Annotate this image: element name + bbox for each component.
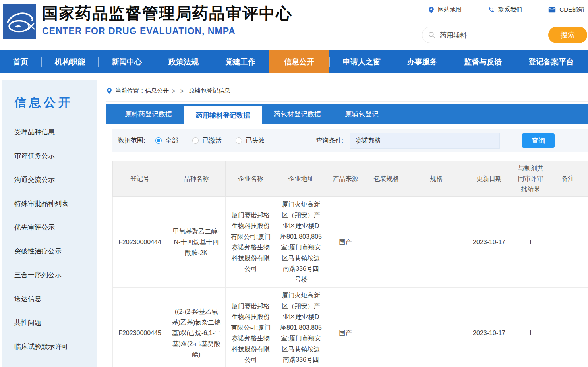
search-icon bbox=[428, 31, 436, 39]
column-header: 企业地址 bbox=[276, 161, 326, 197]
nav-item[interactable]: 信息公开 bbox=[269, 50, 329, 73]
radio-option[interactable]: 已激活 bbox=[192, 137, 221, 145]
sidebar-item[interactable]: 上市药品信息 bbox=[2, 359, 97, 367]
table-header-row: 登记号品种名称企业名称企业地址产品来源包装规格规格更新日期与制剂共同审评审批结果… bbox=[113, 161, 588, 197]
table-cell: F20230000445 bbox=[113, 288, 167, 367]
column-header: 登记号 bbox=[113, 161, 167, 197]
breadcrumb-label: 当前位置： bbox=[115, 87, 145, 95]
content-divider bbox=[106, 101, 588, 102]
nav-item[interactable]: 监督与反馈 bbox=[451, 50, 515, 73]
sidebar-item[interactable]: 特殊审批品种列表 bbox=[2, 192, 97, 216]
nav-item[interactable]: 党建工作 bbox=[212, 50, 269, 73]
column-header: 规格 bbox=[408, 161, 465, 197]
table-row: F20230000445((2-(2-羟基乙氧基)乙基)氮杂二烷基)双(己烷-6… bbox=[113, 288, 588, 367]
map-pin-icon bbox=[428, 6, 434, 14]
table-cell bbox=[548, 197, 588, 288]
mailbox-label: CDE邮箱 bbox=[559, 6, 584, 14]
radio-button[interactable] bbox=[236, 137, 242, 144]
nav-item[interactable]: 政策法规 bbox=[155, 50, 212, 73]
table-cell: 厦门赛诺邦格生物科技股份有限公司;厦门赛诺邦格生物科技股份有限公司 bbox=[226, 197, 276, 288]
tab[interactable]: 原辅包登记 bbox=[333, 104, 391, 124]
radio-option[interactable]: 全部 bbox=[155, 137, 178, 145]
tab-bar: 原料药登记数据药用辅料登记数据药包材登记数据原辅包登记 bbox=[106, 104, 588, 124]
table-cell bbox=[548, 288, 588, 367]
column-header: 包装规格 bbox=[365, 161, 408, 197]
search-button[interactable]: 搜索 bbox=[548, 27, 587, 43]
table-cell bbox=[408, 288, 465, 367]
table-cell: 甲氧基聚乙二醇-N-十四烷基十四酰胺-2K bbox=[167, 197, 226, 288]
filter-bar: 数据范围: 全部已激活已失效 查询条件: 查询 bbox=[112, 129, 588, 152]
sidebar-item[interactable]: 临床试验默示许可 bbox=[2, 335, 97, 359]
nav-item[interactable]: 机构职能 bbox=[42, 50, 98, 73]
main-area: 信息公开 受理品种信息审评任务公示沟通交流公示特殊审批品种列表优先审评公示突破性… bbox=[0, 73, 588, 367]
mailbox-link[interactable]: CDE邮箱 bbox=[548, 6, 584, 14]
tab[interactable]: 药包材登记数据 bbox=[262, 104, 333, 124]
sitemap-link[interactable]: 网站地图 bbox=[428, 6, 462, 14]
table-cell bbox=[365, 288, 408, 367]
column-header: 与制剂共同审评审批结果 bbox=[513, 161, 548, 197]
breadcrumb-current: 原辅包登记信息 bbox=[189, 87, 230, 95]
sidebar-item[interactable]: 沟通交流公示 bbox=[2, 168, 97, 192]
radio-button[interactable] bbox=[192, 137, 199, 144]
table-cell: 国产 bbox=[326, 288, 365, 367]
table-cell: I bbox=[513, 197, 548, 288]
nav-item[interactable]: 新闻中心 bbox=[99, 50, 155, 73]
location-pin-icon bbox=[106, 87, 112, 94]
contact-link[interactable]: 联系我们 bbox=[488, 6, 522, 14]
scope-radio-group: 全部已激活已失效 bbox=[155, 137, 265, 145]
site-header: 国家药品监督管理局药品审评中心 CENTER FOR DRUG EVALUATI… bbox=[0, 0, 588, 50]
tab[interactable]: 原料药登记数据 bbox=[113, 104, 184, 124]
radio-label: 已失效 bbox=[246, 137, 265, 145]
sidebar-item[interactable]: 突破性治疗公示 bbox=[2, 240, 97, 263]
sidebar-item[interactable]: 审评任务公示 bbox=[2, 144, 97, 168]
sidebar-item[interactable]: 三合一序列公示 bbox=[2, 263, 97, 287]
main-nav: 首页机构职能新闻中心政策法规党建工作信息公开申请人之窗办事服务监督与反馈登记备案… bbox=[0, 50, 588, 73]
site-search: 搜索 bbox=[422, 27, 587, 43]
table-cell: 厦门火炬高新区（翔安）产业区建业楼D座801,803,805室;厦门市翔安区马巷… bbox=[276, 288, 326, 367]
quick-links: 网站地图 联系我们 CDE邮箱 bbox=[428, 6, 584, 14]
sidebar-item[interactable]: 共性问题 bbox=[2, 311, 97, 335]
sidebar-item[interactable]: 受理品种信息 bbox=[2, 120, 97, 144]
radio-option[interactable]: 已失效 bbox=[236, 137, 265, 145]
table-cell: I bbox=[513, 288, 548, 367]
table-cell: 2023-10-17 bbox=[465, 197, 513, 288]
table-cell: 国产 bbox=[326, 197, 365, 288]
table-cell: 厦门赛诺邦格生物科技股份有限公司;厦门赛诺邦格生物科技股份有限公司 bbox=[226, 288, 276, 367]
column-header: 备注 bbox=[548, 161, 588, 197]
phone-icon bbox=[488, 6, 495, 13]
table-cell: F20230000444 bbox=[113, 197, 167, 288]
radio-label: 全部 bbox=[165, 137, 178, 145]
site-subtitle: CENTER FOR DRUG EVALUATION, NMPA bbox=[42, 26, 292, 37]
column-header: 产品来源 bbox=[326, 161, 365, 197]
query-input[interactable] bbox=[350, 133, 500, 149]
query-label: 查询条件: bbox=[316, 137, 343, 145]
registration-table: 登记号品种名称企业名称企业地址产品来源包装规格规格更新日期与制剂共同审评审批结果… bbox=[112, 161, 588, 367]
table-cell bbox=[365, 197, 408, 288]
breadcrumb-separator: > > bbox=[172, 87, 186, 94]
radio-label: 已激活 bbox=[202, 137, 221, 145]
radio-button[interactable] bbox=[155, 137, 162, 144]
breadcrumb: 当前位置：信息公开 > > 原辅包登记信息 bbox=[106, 87, 588, 95]
table-cell: 2023-10-17 bbox=[465, 288, 513, 367]
table-cell: ((2-(2-羟基乙氧基)乙基)氮杂二烷基)双(己烷-6,1-二基)双(2-己基… bbox=[167, 288, 226, 367]
breadcrumb-section[interactable]: 信息公开 bbox=[145, 87, 169, 95]
nav-item[interactable]: 首页 bbox=[0, 50, 41, 73]
nav-item[interactable]: 登记备案平台 bbox=[515, 50, 587, 73]
cde-logo bbox=[3, 4, 36, 39]
sidebar-item[interactable]: 优先审评公示 bbox=[2, 216, 97, 240]
column-header: 企业名称 bbox=[226, 161, 276, 197]
table-cell bbox=[408, 197, 465, 288]
sitemap-label: 网站地图 bbox=[438, 6, 462, 14]
contact-label: 联系我们 bbox=[498, 6, 522, 14]
envelope-icon bbox=[548, 7, 556, 13]
site-title: 国家药品监督管理局药品审评中心 bbox=[42, 3, 292, 23]
nav-item[interactable]: 申请人之窗 bbox=[330, 50, 394, 73]
sidebar-title: 信息公开 bbox=[2, 95, 97, 111]
nav-item[interactable]: 办事服务 bbox=[394, 50, 451, 73]
sidebar-item[interactable]: 送达信息 bbox=[2, 287, 97, 311]
table-cell: 厦门火炬高新区（翔安）产业区建业楼D座801,803,805室;厦门市翔安区马巷… bbox=[276, 197, 326, 288]
tab[interactable]: 药用辅料登记数据 bbox=[184, 106, 262, 126]
query-button[interactable]: 查询 bbox=[522, 133, 555, 148]
content: 当前位置：信息公开 > > 原辅包登记信息 原料药登记数据药用辅料登记数据药包材… bbox=[97, 73, 588, 367]
column-header: 更新日期 bbox=[465, 161, 513, 197]
